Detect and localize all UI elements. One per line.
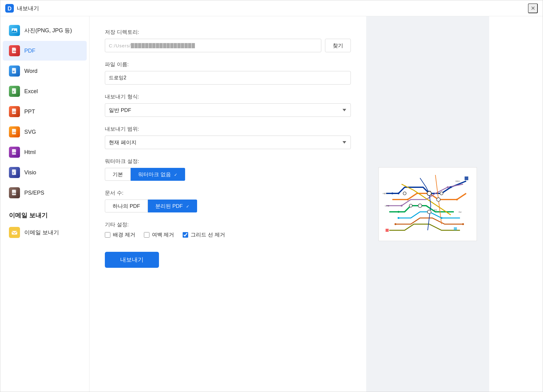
svg-text:잠실: 잠실 — [434, 209, 437, 211]
svg-text:청량리: 청량리 — [455, 180, 460, 182]
doc-count-label: 문서 수: — [105, 189, 351, 196]
svg-point-39 — [401, 205, 402, 207]
svg-point-35 — [407, 199, 409, 200]
path-row: 찾기 — [105, 39, 351, 52]
sidebar-item-email[interactable]: 이메일 보내기 — [3, 223, 87, 242]
remove-margin-checkbox[interactable] — [144, 232, 149, 238]
export-button[interactable]: 내보내기 — [105, 252, 159, 268]
photo-icon — [9, 25, 20, 36]
svg-rect-49 — [465, 176, 468, 180]
svg-text:강남: 강남 — [458, 211, 462, 213]
remove-grid-item[interactable]: 그리드 선 제거 — [183, 231, 225, 238]
sidebar-item-visio-label: Visio — [24, 169, 36, 176]
form-area: 저장 디렉토리: 찾기 파일 이름: 내보내기 형식: 일반 PDF PDF/A… — [89, 16, 366, 392]
svg-text:서울역: 서울역 — [382, 192, 387, 194]
sidebar-item-excel-label: Excel — [24, 88, 38, 95]
sidebar-item-photo-label: 사진(PNG, JPG 등) — [24, 27, 72, 34]
filename-group: 파일 이름: — [105, 61, 351, 85]
pseps-icon: PS/EPS — [9, 187, 20, 198]
filename-input[interactable] — [105, 71, 351, 85]
remove-bg-checkbox[interactable] — [105, 232, 110, 238]
main-content: 사진(PNG, JPG 등) PDF PDF — [0, 16, 543, 392]
svg-point-26 — [437, 198, 440, 201]
svg-text:신도림: 신도림 — [385, 205, 389, 207]
close-button[interactable]: ✕ — [528, 3, 538, 13]
export-range-select[interactable]: 현재 페이지 모든 페이지 선택한 페이지 — [105, 136, 351, 149]
remove-grid-label: 그리드 선 제거 — [191, 231, 225, 238]
svg-point-36 — [456, 199, 458, 200]
svg-point-33 — [450, 186, 452, 188]
visio-icon: V — [9, 167, 20, 178]
sidebar-item-ppt[interactable]: PPT PPT — [3, 102, 87, 121]
save-dir-input[interactable] — [105, 39, 321, 52]
sidebar-item-visio[interactable]: V Visio — [3, 163, 87, 182]
remove-bg-item[interactable]: 배경 제거 — [105, 231, 135, 238]
svg-point-25 — [418, 204, 422, 208]
pdf-icon: PDF — [9, 45, 20, 56]
watermark-group: 워터마크 설정: 기본 워터마크 없음 ✓ — [105, 158, 351, 181]
doc-one-button[interactable]: 하나의 PDF — [105, 200, 148, 212]
sidebar-item-word[interactable]: W Word — [3, 61, 87, 81]
preview-image: 서울역 청량리 신도림 강남 종로 잠실 — [380, 169, 475, 240]
preview-box: 서울역 청량리 신도림 강남 종로 잠실 — [379, 167, 477, 241]
title-bar: D 내보내기 ✕ — [0, 0, 543, 16]
sidebar-item-excel[interactable]: X Excel — [3, 81, 87, 101]
remove-margin-label: 여백 제거 — [152, 231, 174, 238]
svg-point-31 — [391, 192, 393, 194]
svg-point-29 — [403, 192, 406, 195]
remove-margin-item[interactable]: 여백 제거 — [144, 231, 174, 238]
watermark-basic-button[interactable]: 기본 — [105, 168, 131, 181]
sidebar-item-email-label: 이메일 보내기 — [24, 229, 59, 236]
html-icon: HTML — [9, 147, 20, 158]
svg-text:PPT: PPT — [13, 111, 16, 113]
svg-rect-51 — [454, 227, 457, 230]
svg-text:D: D — [8, 6, 12, 12]
sidebar-item-pseps[interactable]: PS/EPS PS/EPS — [3, 183, 87, 203]
sidebar-item-photo[interactable]: 사진(PNG, JPG 등) — [3, 21, 87, 40]
sidebar-item-word-label: Word — [24, 68, 38, 74]
svg-text:종로: 종로 — [428, 190, 431, 192]
sidebar-item-ppt-label: PPT — [24, 109, 35, 115]
sidebar-item-pseps-label: PS/EPS — [24, 190, 44, 196]
svg-text:V: V — [13, 172, 14, 174]
doc-count-group: 문서 수: 하나의 PDF 분리된 PDF ✓ — [105, 189, 351, 212]
svg-text:HTML: HTML — [12, 152, 17, 154]
doc-separate-button[interactable]: 분리된 PDF ✓ — [148, 200, 197, 212]
email-icon — [9, 227, 20, 238]
email-section-title: 이메일 보내기 — [3, 205, 87, 222]
sidebar-item-svg-label: SVG — [24, 129, 36, 135]
browse-button[interactable]: 찾기 — [325, 39, 351, 52]
sidebar-item-svg[interactable]: SVG SVG — [3, 122, 87, 142]
sidebar-item-html-label: Html — [24, 149, 36, 156]
watermark-none-button[interactable]: 워터마크 없음 ✓ — [131, 168, 185, 181]
svg-point-40 — [447, 186, 449, 188]
svg-icon: SVG — [9, 126, 20, 137]
svg-point-32 — [398, 192, 399, 194]
svg-point-34 — [398, 211, 399, 213]
svg-text:W: W — [13, 70, 15, 73]
watermark-toggle-group: 기본 워터마크 없음 ✓ — [105, 168, 351, 181]
svg-text:PS/EPS: PS/EPS — [12, 192, 18, 194]
sidebar-item-html[interactable]: HTML Html — [3, 142, 87, 162]
svg-point-27 — [427, 210, 431, 214]
doc-count-toggle-group: 하나의 PDF 분리된 PDF ✓ — [105, 200, 351, 212]
svg-point-37 — [398, 217, 399, 219]
ppt-icon: PPT — [9, 106, 20, 117]
save-dir-group: 저장 디렉토리: 찾기 — [105, 29, 351, 52]
svg-text:X: X — [13, 91, 14, 93]
svg-text:PDF: PDF — [13, 50, 17, 52]
filename-label: 파일 이름: — [105, 61, 351, 68]
window-title: 내보내기 — [17, 5, 528, 12]
export-format-select[interactable]: 일반 PDF PDF/A PDF/X — [105, 103, 351, 117]
export-range-group: 내보내기 범위: 현재 페이지 모든 페이지 선택한 페이지 — [105, 125, 351, 149]
checkbox-group: 배경 제거 여백 제거 그리드 선 제거 — [105, 231, 351, 238]
export-range-label: 내보내기 범위: — [105, 125, 351, 133]
remove-grid-checkbox[interactable] — [183, 232, 188, 238]
export-format-label: 내보내기 형식: — [105, 93, 351, 100]
svg-point-38 — [441, 217, 442, 219]
export-window: D 내보내기 ✕ 사진(PNG, JPG 등) — [0, 0, 543, 392]
svg-rect-50 — [386, 229, 389, 232]
sidebar-item-pdf[interactable]: PDF PDF — [3, 41, 87, 61]
preview-area: 서울역 청량리 신도림 강남 종로 잠실 — [366, 16, 489, 392]
app-logo: D — [5, 4, 14, 13]
